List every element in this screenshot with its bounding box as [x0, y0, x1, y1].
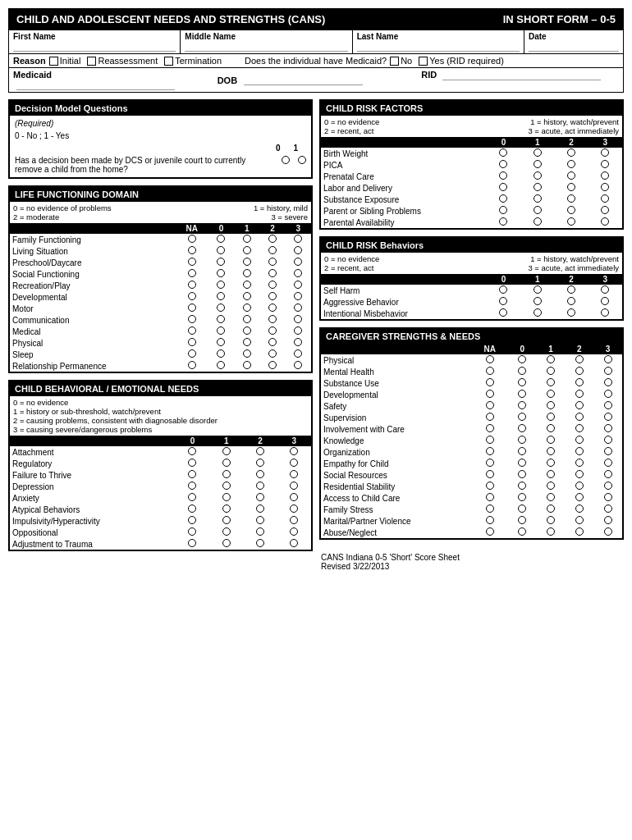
- cb-radio-4-3[interactable]: [290, 493, 298, 501]
- cb-radio-7-0[interactable]: [188, 527, 196, 536]
- lf-radio-9-0[interactable]: [217, 338, 225, 346]
- cb-radio-0-0[interactable]: [188, 447, 196, 455]
- lf-radio-8-na[interactable]: [188, 326, 196, 335]
- crf-radio-3-2[interactable]: [567, 183, 575, 191]
- cs-radio-3-0[interactable]: [518, 390, 526, 398]
- crf-radio-3-3[interactable]: [601, 183, 609, 191]
- decision-radio-1[interactable]: [298, 156, 306, 164]
- cs-radio-2-2[interactable]: [575, 378, 584, 386]
- cb-radio-0-3[interactable]: [290, 447, 298, 455]
- cs-radio-1-na[interactable]: [486, 367, 494, 375]
- cb-radio-0-1[interactable]: [222, 447, 231, 455]
- cs-radio-9-0[interactable]: [518, 459, 526, 467]
- cs-radio-5-0[interactable]: [518, 413, 526, 421]
- crb-radio-0-3[interactable]: [601, 285, 609, 294]
- cs-radio-13-3[interactable]: [604, 504, 612, 513]
- cs-radio-1-0[interactable]: [518, 367, 526, 375]
- cs-radio-3-3[interactable]: [604, 390, 612, 398]
- cs-radio-9-na[interactable]: [486, 459, 494, 467]
- cs-radio-8-0[interactable]: [518, 447, 526, 455]
- cb-radio-1-3[interactable]: [290, 459, 298, 467]
- lf-radio-0-2[interactable]: [268, 235, 277, 243]
- cs-radio-4-na[interactable]: [486, 401, 494, 409]
- cb-radio-1-0[interactable]: [188, 459, 196, 467]
- lf-radio-6-0[interactable]: [217, 304, 225, 312]
- lf-radio-6-2[interactable]: [268, 304, 277, 312]
- cs-radio-15-3[interactable]: [604, 527, 612, 536]
- cs-radio-10-1[interactable]: [547, 470, 555, 478]
- crf-radio-0-1[interactable]: [534, 148, 542, 157]
- cs-radio-4-0[interactable]: [518, 401, 526, 409]
- cs-radio-15-na[interactable]: [486, 527, 494, 536]
- cs-radio-15-1[interactable]: [547, 527, 555, 536]
- crf-radio-2-1[interactable]: [534, 171, 542, 180]
- crf-radio-5-3[interactable]: [601, 206, 609, 214]
- lf-radio-7-2[interactable]: [268, 315, 277, 323]
- cb-radio-4-1[interactable]: [222, 493, 231, 501]
- cb-radio-8-3[interactable]: [290, 539, 298, 547]
- cs-radio-6-2[interactable]: [575, 424, 584, 432]
- cb-radio-2-3[interactable]: [290, 470, 298, 478]
- last-name-input[interactable]: [357, 42, 520, 52]
- lf-radio-11-na[interactable]: [188, 361, 196, 369]
- lf-radio-7-na[interactable]: [188, 315, 196, 323]
- cs-radio-9-1[interactable]: [547, 459, 555, 467]
- crf-radio-6-3[interactable]: [601, 217, 609, 226]
- cs-radio-14-na[interactable]: [486, 516, 494, 524]
- lf-radio-9-1[interactable]: [243, 338, 251, 346]
- first-name-input[interactable]: [13, 42, 176, 52]
- lf-radio-11-1[interactable]: [243, 361, 251, 369]
- cs-radio-14-0[interactable]: [518, 516, 526, 524]
- cb-radio-7-2[interactable]: [256, 527, 264, 536]
- cs-radio-13-1[interactable]: [547, 504, 555, 513]
- rid-input[interactable]: [442, 71, 601, 80]
- lf-radio-4-0[interactable]: [217, 281, 225, 289]
- lf-radio-6-na[interactable]: [188, 304, 196, 312]
- medicaid-input[interactable]: [16, 80, 175, 90]
- cb-radio-4-2[interactable]: [256, 493, 264, 501]
- cs-radio-13-na[interactable]: [486, 504, 494, 513]
- crf-radio-3-0[interactable]: [499, 183, 507, 191]
- crf-radio-0-0[interactable]: [499, 148, 507, 157]
- crf-radio-4-1[interactable]: [534, 194, 542, 203]
- lf-radio-1-3[interactable]: [294, 246, 302, 254]
- cb-radio-5-3[interactable]: [290, 504, 298, 513]
- cs-radio-1-1[interactable]: [547, 367, 555, 375]
- cs-radio-10-3[interactable]: [604, 470, 612, 478]
- cs-radio-14-1[interactable]: [547, 516, 555, 524]
- crb-radio-1-2[interactable]: [567, 297, 575, 305]
- cs-radio-13-2[interactable]: [575, 504, 584, 513]
- crf-radio-6-1[interactable]: [534, 217, 542, 226]
- cs-radio-6-0[interactable]: [518, 424, 526, 432]
- crb-radio-0-1[interactable]: [534, 285, 542, 294]
- cs-radio-8-na[interactable]: [486, 447, 494, 455]
- lf-radio-8-3[interactable]: [294, 326, 302, 335]
- cs-radio-7-0[interactable]: [518, 436, 526, 444]
- cs-radio-8-2[interactable]: [575, 447, 584, 455]
- cs-radio-11-3[interactable]: [604, 482, 612, 490]
- cb-radio-3-2[interactable]: [256, 482, 264, 490]
- cs-radio-10-0[interactable]: [518, 470, 526, 478]
- cs-radio-0-2[interactable]: [575, 355, 584, 363]
- cs-radio-5-3[interactable]: [604, 413, 612, 421]
- cb-radio-3-3[interactable]: [290, 482, 298, 490]
- lf-radio-9-3[interactable]: [294, 338, 302, 346]
- cs-radio-1-3[interactable]: [604, 367, 612, 375]
- lf-radio-10-2[interactable]: [268, 349, 277, 358]
- cs-radio-12-2[interactable]: [575, 493, 584, 501]
- cs-radio-4-1[interactable]: [547, 401, 555, 409]
- middle-name-input[interactable]: [185, 42, 347, 52]
- crf-radio-5-2[interactable]: [567, 206, 575, 214]
- lf-radio-3-1[interactable]: [243, 269, 251, 277]
- crf-radio-5-1[interactable]: [534, 206, 542, 214]
- yes-checkbox[interactable]: [419, 57, 428, 66]
- lf-radio-11-0[interactable]: [217, 361, 225, 369]
- lf-radio-5-0[interactable]: [217, 292, 225, 300]
- cb-radio-5-0[interactable]: [188, 504, 196, 513]
- crf-radio-1-3[interactable]: [601, 160, 609, 168]
- cs-radio-11-0[interactable]: [518, 482, 526, 490]
- lf-radio-8-0[interactable]: [217, 326, 225, 335]
- cb-radio-5-2[interactable]: [256, 504, 264, 513]
- lf-radio-0-0[interactable]: [217, 235, 225, 243]
- cb-radio-1-2[interactable]: [256, 459, 264, 467]
